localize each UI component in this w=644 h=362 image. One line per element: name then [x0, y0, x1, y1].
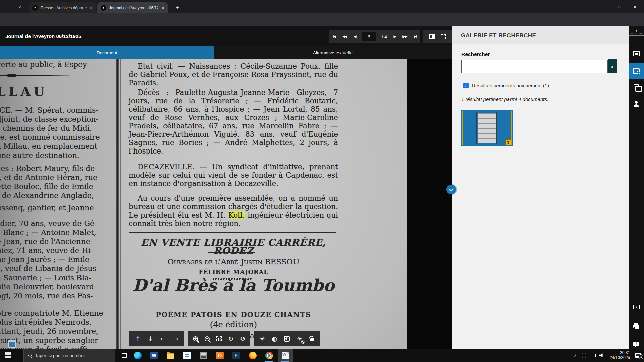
invert-colors-icon[interactable]	[283, 334, 291, 343]
reset-adjustments-icon[interactable]: ☀	[295, 334, 304, 343]
tray-show-hidden-icons[interactable]: ∧	[571, 349, 579, 362]
tray-tablet-icon[interactable]	[580, 349, 588, 362]
new-tab-button[interactable]: +	[173, 3, 182, 12]
taskbar-media-app-button[interactable]	[212, 349, 227, 362]
taskbar-fax-scan-button[interactable]	[196, 349, 211, 362]
rotate-clockwise-icon[interactable]: ↻	[226, 334, 235, 343]
edge-icon	[134, 352, 142, 359]
clear-search-button[interactable]: x	[608, 59, 617, 73]
feedback-icon	[633, 342, 639, 346]
brightness-icon[interactable]: ☀	[258, 334, 266, 343]
zoom-out-icon[interactable]: −	[203, 334, 212, 343]
taskbar-edge-button[interactable]	[130, 349, 145, 362]
small-rule	[208, 252, 255, 253]
firefox-icon	[249, 352, 257, 359]
search-input[interactable]	[461, 60, 608, 73]
viewer-header: Journal de l'Aveyron 06/12/1925 |◀ ◀◀ ◀ …	[0, 26, 452, 46]
notification-center-button[interactable]: 3	[632, 349, 644, 362]
newspaper-text: otre compatriote M. Etienne plus intrépi…	[0, 309, 114, 349]
window-maximize-button[interactable]: □	[612, 0, 627, 13]
ad-poeme-line: POÈME PATOIS EN DOUZE CHANTS	[129, 311, 338, 319]
taskbar-word-document-button-active[interactable]: W	[278, 349, 293, 362]
koll-paragraph: Au cours d'une première assemblée, on a …	[129, 194, 338, 228]
pan-left-icon[interactable]: ←	[159, 334, 167, 343]
taskbar-clock[interactable]: 20:31 24/10/2025	[606, 349, 631, 362]
close-tab-icon[interactable]: ×	[90, 5, 93, 11]
taskbar-movies-tv-button[interactable]	[229, 349, 244, 362]
page-navigation: |◀ ◀◀ ◀ / 4 ▶ ▶▶ ▶|	[329, 30, 420, 43]
panel-split-handle[interactable]: <>	[446, 185, 456, 194]
rotate-counterclockwise-icon[interactable]: ↺	[238, 334, 247, 343]
fullscreen-icon[interactable]	[441, 34, 446, 39]
image-adjust-toolbar: ☀ ◐ ☀	[254, 331, 320, 346]
previous-page-button[interactable]: ◀	[353, 34, 357, 39]
etat-civil-paragraph: Etat civil. — Naissances : Cécile-Suzann…	[129, 62, 338, 87]
lock-icon[interactable]	[308, 334, 317, 343]
sidebar-images-button[interactable]	[629, 81, 644, 92]
taskbar-explorer-button[interactable]	[163, 349, 178, 362]
browser-tab-journal-active[interactable]: ✦ Journal de l'Aveyron - 06/12/19 ×	[97, 2, 168, 13]
first-page-button[interactable]: |◀	[332, 34, 336, 39]
ad-author-line: Ouvrages de l'Abbé Justin BESSOU	[129, 258, 338, 266]
page-layout-icon[interactable]	[429, 34, 435, 39]
relevant-filter-row[interactable]: ✓ Résultats pertinents uniquement (1)	[463, 83, 549, 88]
fast-rewind-button[interactable]: ◀◀	[341, 34, 348, 39]
sidebar-feedback-button[interactable]	[629, 338, 644, 350]
sidebar-print-button[interactable]	[629, 320, 644, 331]
deces-paragraph: Décès : Paulette-Augusta-Jeanne-Marie Gl…	[129, 88, 338, 155]
sidebar-account-button[interactable]	[629, 98, 644, 110]
pan-down-icon[interactable]: ↓	[146, 334, 155, 343]
area-zoom-icon[interactable]	[215, 334, 223, 343]
window-close-button[interactable]: ×	[627, 0, 643, 13]
sidebar-share-button[interactable]	[629, 301, 644, 313]
media-app-icon	[216, 352, 224, 359]
person-icon	[633, 101, 640, 107]
taskbar-chrome-button-active[interactable]	[262, 349, 276, 362]
zoom-in-icon[interactable]: +	[191, 334, 200, 343]
chrome-icon	[265, 352, 273, 359]
task-view-button[interactable]	[118, 349, 130, 362]
speaker-icon	[599, 353, 605, 358]
last-page-button[interactable]: ▶|	[413, 34, 417, 39]
pan-up-icon[interactable]: ↑	[133, 334, 142, 343]
sidebar-gallery-search-button-active[interactable]	[629, 63, 644, 79]
page-total-label: / 4	[381, 34, 388, 39]
task-view-icon	[122, 353, 127, 358]
tray-volume-icon[interactable]	[598, 349, 606, 362]
laptop-share-icon	[633, 305, 640, 309]
column-rule	[120, 59, 121, 349]
ad-book-title: D'al Brès à la Toumbo	[129, 281, 338, 290]
result-thumbnail[interactable]: 3	[461, 110, 513, 146]
windows-taskbar: W W ∧ 20:31 24/10/2025 3	[0, 349, 644, 362]
tray-network-icon[interactable]	[589, 349, 597, 362]
tab-document-active[interactable]: Document	[0, 46, 214, 59]
printer-icon	[633, 325, 639, 328]
taskbar-store-button[interactable]	[179, 349, 194, 362]
windows-logo-icon	[5, 352, 11, 358]
taskbar-search-input[interactable]	[35, 353, 102, 358]
window-minimize-button[interactable]: –	[596, 0, 612, 13]
page-number-input[interactable]	[362, 32, 376, 41]
taskbar-firefox-button[interactable]	[245, 349, 260, 362]
pan-right-icon[interactable]: →	[171, 334, 180, 343]
close-tab-icon[interactable]: ×	[162, 5, 164, 11]
ad-felibre-line: FÉLIBRE MAJORAL	[129, 268, 338, 276]
viewer-tabs: Document Alternative textuelle	[0, 46, 452, 59]
tab-title: Presse - Archives départementa	[41, 6, 87, 10]
fast-forward-button[interactable]: ▶▶	[401, 34, 408, 39]
tab-search-chevron-icon[interactable]: ∨	[15, 2, 25, 11]
taskbar-word-button[interactable]: W	[147, 349, 161, 362]
sidebar-document-button[interactable]	[629, 48, 644, 59]
tab-alternative-textuelle[interactable]: Alternative textuelle	[214, 46, 452, 59]
next-page-button[interactable]: ▶	[392, 34, 396, 39]
newspaper-text: rdier, 70 ans, veuve de Gé- s-Blanc ; — …	[0, 219, 114, 300]
checkbox-checked-icon[interactable]: ✓	[463, 83, 469, 88]
browser-tab-presse[interactable]: ✦ Presse - Archives départementa ×	[29, 2, 96, 13]
zoom-toolbar: + − ↻ ↺	[188, 331, 250, 346]
bottom-left-expander[interactable]: ›	[8, 340, 16, 348]
contrast-icon[interactable]: ◐	[270, 334, 279, 343]
taskbar-search-box[interactable]	[23, 349, 115, 362]
document-viewer[interactable]: verte au public, à Espey- LLAU ICE. — M.…	[0, 59, 452, 349]
start-button[interactable]	[0, 349, 16, 362]
word-document-icon: W	[282, 352, 289, 359]
